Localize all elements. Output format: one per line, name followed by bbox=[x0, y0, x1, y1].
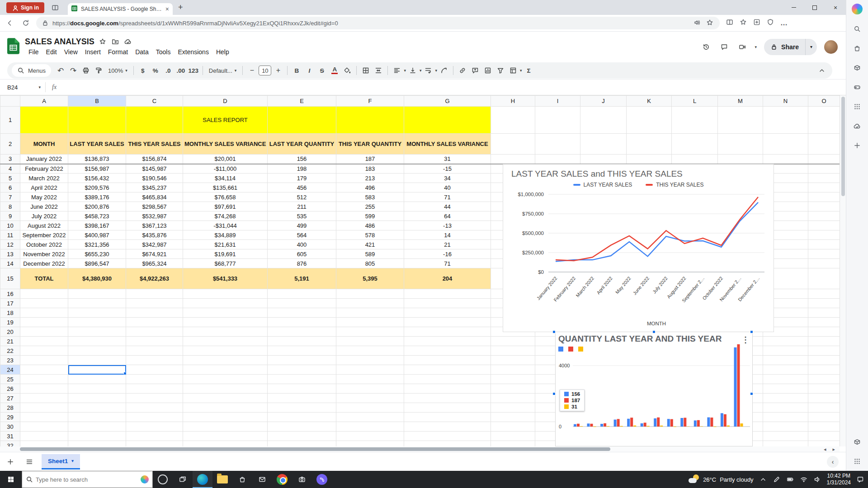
cell-E11[interactable]: 564 bbox=[268, 230, 336, 240]
cell-F4[interactable]: 183 bbox=[336, 164, 404, 174]
cell-E14[interactable]: 876 bbox=[268, 259, 336, 268]
menu-view[interactable]: View bbox=[61, 47, 81, 56]
edge-icon[interactable] bbox=[193, 471, 212, 488]
cell-A14[interactable]: December 2022 bbox=[20, 259, 68, 268]
decrease-decimals-button[interactable]: .0 bbox=[162, 65, 174, 76]
cell-E2[interactable]: LAST YEAR QUANTITY bbox=[268, 134, 336, 155]
new-tab-button[interactable]: + bbox=[178, 3, 183, 12]
cell-F19[interactable] bbox=[336, 318, 404, 327]
cell-A28[interactable] bbox=[20, 403, 68, 413]
cell-C32[interactable] bbox=[126, 441, 183, 447]
cell-G23[interactable] bbox=[404, 356, 491, 365]
cell-L3[interactable] bbox=[672, 155, 718, 164]
cell-A9[interactable]: July 2022 bbox=[20, 211, 68, 221]
cell-G11[interactable]: 14 bbox=[404, 230, 491, 240]
menu-format[interactable]: Format bbox=[104, 47, 132, 56]
cell-A24[interactable] bbox=[20, 365, 68, 375]
cell-G26[interactable] bbox=[404, 384, 491, 394]
cell-G24[interactable] bbox=[404, 365, 491, 375]
battery-icon[interactable] bbox=[786, 475, 794, 483]
cell-G15[interactable]: 204 bbox=[404, 268, 491, 289]
cell-C1[interactable] bbox=[126, 107, 183, 134]
avatar[interactable] bbox=[824, 40, 838, 54]
cell-E3[interactable]: 156 bbox=[268, 155, 336, 164]
cell-E16[interactable] bbox=[268, 289, 336, 299]
cell-G10[interactable]: -13 bbox=[404, 221, 491, 230]
tray-expand-icon[interactable] bbox=[759, 475, 767, 483]
tab-close-icon[interactable]: × bbox=[165, 5, 169, 13]
cell-B5[interactable]: $156,432 bbox=[68, 174, 126, 183]
cell-N23[interactable] bbox=[763, 356, 808, 365]
cell-C23[interactable] bbox=[126, 356, 183, 365]
cell-G18[interactable] bbox=[404, 308, 491, 318]
row-header-1[interactable]: 1 bbox=[0, 107, 20, 134]
column-header-F[interactable]: F bbox=[336, 96, 404, 107]
cell-E13[interactable]: 605 bbox=[268, 249, 336, 259]
cell-E27[interactable] bbox=[268, 394, 336, 403]
menu-help[interactable]: Help bbox=[212, 47, 233, 56]
cell-G29[interactable] bbox=[404, 413, 491, 422]
cell-E28[interactable] bbox=[268, 403, 336, 413]
cell-G25[interactable] bbox=[404, 375, 491, 384]
cell-B12[interactable]: $321,356 bbox=[68, 240, 126, 249]
cell-C22[interactable] bbox=[126, 346, 183, 356]
column-header-E[interactable]: E bbox=[268, 96, 336, 107]
cell-H3[interactable] bbox=[491, 155, 535, 164]
cell-A18[interactable] bbox=[20, 308, 68, 318]
start-button[interactable] bbox=[0, 471, 22, 488]
meet-caret-icon[interactable]: ▾ bbox=[755, 45, 757, 49]
cell-A5[interactable]: March 2022 bbox=[20, 174, 68, 183]
cell-G14[interactable]: 71 bbox=[404, 259, 491, 268]
column-header-K[interactable]: K bbox=[627, 96, 672, 107]
cell-O12[interactable] bbox=[808, 240, 840, 249]
horizontal-align-icon[interactable] bbox=[391, 65, 403, 76]
row-header-29[interactable]: 29 bbox=[0, 413, 20, 422]
cell-D8[interactable]: $97,691 bbox=[183, 202, 268, 211]
browser-tab[interactable]: SALES ANALYSIS - Google Sheet × bbox=[68, 3, 173, 15]
column-header-L[interactable]: L bbox=[672, 96, 718, 107]
column-header-J[interactable]: J bbox=[580, 96, 627, 107]
cell-D4[interactable]: -$11,000 bbox=[183, 164, 268, 174]
cell-F6[interactable]: 496 bbox=[336, 183, 404, 192]
zoom-select[interactable]: 100%▾ bbox=[105, 65, 130, 76]
cell-G31[interactable] bbox=[404, 432, 491, 441]
cell-N2[interactable] bbox=[763, 134, 808, 155]
cell-D26[interactable] bbox=[183, 384, 268, 394]
cell-N26[interactable] bbox=[763, 384, 808, 394]
cell-B19[interactable] bbox=[68, 318, 126, 327]
cell-C3[interactable]: $156,874 bbox=[126, 155, 183, 164]
cell-O5[interactable] bbox=[808, 174, 840, 183]
cell-G3[interactable]: 31 bbox=[404, 155, 491, 164]
cell-O4[interactable] bbox=[808, 164, 840, 174]
cell-E4[interactable]: 198 bbox=[268, 164, 336, 174]
cell-N24[interactable] bbox=[763, 365, 808, 375]
cell-D20[interactable] bbox=[183, 327, 268, 337]
cell-H30[interactable] bbox=[491, 422, 535, 432]
menu-insert[interactable]: Insert bbox=[81, 47, 104, 56]
increase-font-size-button[interactable]: + bbox=[272, 65, 284, 76]
row-header-28[interactable]: 28 bbox=[0, 403, 20, 413]
cell-F13[interactable]: 589 bbox=[336, 249, 404, 259]
cell-N25[interactable] bbox=[763, 375, 808, 384]
refresh-icon[interactable] bbox=[19, 16, 33, 30]
menu-tools[interactable]: Tools bbox=[152, 47, 175, 56]
cell-D24[interactable] bbox=[183, 365, 268, 375]
row-header-10[interactable]: 10 bbox=[0, 221, 20, 230]
cell-G6[interactable]: 40 bbox=[404, 183, 491, 192]
sidebar-games-icon[interactable] bbox=[852, 82, 862, 92]
column-header-A[interactable]: A bbox=[20, 96, 68, 107]
cell-A10[interactable]: August 2022 bbox=[20, 221, 68, 230]
format-percent-button[interactable]: % bbox=[150, 65, 161, 76]
favorites-icon[interactable] bbox=[740, 19, 747, 28]
row-header-32[interactable]: 32 bbox=[0, 441, 20, 447]
cell-D15[interactable]: $541,333 bbox=[183, 268, 268, 289]
add-sheet-icon[interactable] bbox=[4, 455, 17, 469]
cell-G28[interactable] bbox=[404, 403, 491, 413]
cell-A22[interactable] bbox=[20, 346, 68, 356]
cell-A16[interactable] bbox=[20, 289, 68, 299]
row-header-18[interactable]: 18 bbox=[0, 308, 20, 318]
cell-C9[interactable]: $532,987 bbox=[126, 211, 183, 221]
row-header-19[interactable]: 19 bbox=[0, 318, 20, 327]
cell-G30[interactable] bbox=[404, 422, 491, 432]
cell-B8[interactable]: $200,876 bbox=[68, 202, 126, 211]
